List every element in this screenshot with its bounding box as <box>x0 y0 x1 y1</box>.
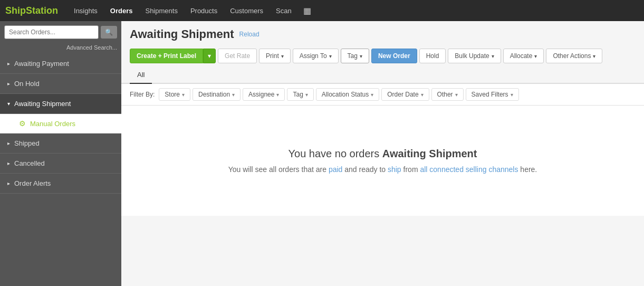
chevron-right-icon <box>7 140 10 146</box>
sidebar-item-label: Cancelled <box>14 159 45 167</box>
sidebar-item-awaiting-shipment[interactable]: Awaiting Shipment <box>0 94 121 114</box>
filter-other-label: Other <box>437 91 453 98</box>
chevron-right-icon <box>7 160 10 166</box>
bulk-update-button[interactable]: Bulk Update ▾ <box>448 49 501 63</box>
empty-subtitle-prefix: You will see all orders that are <box>228 165 329 174</box>
sidebar-item-label: Awaiting Payment <box>14 60 69 68</box>
chevron-right-icon <box>7 180 10 186</box>
search-input[interactable] <box>4 25 99 39</box>
filter-destination-label: Destination <box>198 91 230 98</box>
sidebar-item-on-hold[interactable]: On Hold <box>0 74 121 94</box>
dropdown-arrow-icon: ▾ <box>208 52 211 60</box>
print-dropdown-arrow-icon: ▾ <box>281 53 284 59</box>
filter-other-arrow-icon: ▾ <box>455 92 458 98</box>
other-actions-button[interactable]: Other Actions ▾ <box>546 49 602 63</box>
tag-dropdown-arrow-icon: ▾ <box>360 53 362 59</box>
empty-state-title: You have no orders Awaiting Shipment <box>289 148 477 160</box>
assign-to-button[interactable]: Assign To ▾ <box>293 49 339 63</box>
assign-to-label: Assign To <box>300 52 327 60</box>
get-rate-button[interactable]: Get Rate <box>218 49 257 63</box>
empty-state-subtitle: You will see all orders that are paid an… <box>228 165 537 174</box>
new-order-button[interactable]: New Order <box>371 49 417 63</box>
tab-all[interactable]: All <box>130 66 152 84</box>
toolbar: Create + Print Label ▾ Get Rate Print ▾ … <box>121 45 644 66</box>
filter-saved-filters[interactable]: Saved Filters ▾ <box>466 88 519 101</box>
filter-destination-arrow-icon: ▾ <box>232 92 235 98</box>
filter-allocation-status-arrow-icon: ▾ <box>371 92 373 98</box>
chevron-right-icon <box>7 61 10 66</box>
empty-subtitle-suffix: here. <box>518 165 537 174</box>
print-button[interactable]: Print ▾ <box>259 49 291 63</box>
logo-accent: o <box>46 5 52 16</box>
create-print-label-button[interactable]: Create + Print Label <box>130 49 203 63</box>
empty-state: You have no orders Awaiting Shipment You… <box>121 106 644 216</box>
chevron-right-icon <box>7 81 10 87</box>
sidebar-item-shipped[interactable]: Shipped <box>0 134 121 154</box>
filter-tag-label: Tag <box>293 91 303 98</box>
allocate-button[interactable]: Allocate ▾ <box>503 49 544 63</box>
sidebar-item-awaiting-payment[interactable]: Awaiting Payment <box>0 54 121 74</box>
empty-subtitle-middle: and ready to <box>342 165 388 174</box>
filter-store[interactable]: Store ▾ <box>159 88 190 101</box>
sidebar-item-label: Shipped <box>14 139 40 147</box>
main-content-area: Awaiting Shipment Reload Create + Print … <box>121 21 644 286</box>
filter-saved-filters-arrow-icon: ▾ <box>511 92 513 98</box>
nav-insights[interactable]: Insights <box>69 5 103 17</box>
logo: ShipStation <box>5 5 58 16</box>
other-actions-dropdown-arrow-icon: ▾ <box>593 53 595 59</box>
advanced-search-link[interactable]: Advanced Search... <box>0 43 121 54</box>
search-icon: 🔍 <box>105 28 113 36</box>
empty-subtitle-all: all connected selling channels <box>420 165 518 174</box>
filter-store-arrow-icon: ▾ <box>182 92 185 98</box>
filter-other[interactable]: Other ▾ <box>431 88 464 101</box>
sidebar-item-label: Awaiting Shipment <box>14 100 71 108</box>
sidebar-item-label: Order Alerts <box>14 179 51 187</box>
hold-button[interactable]: Hold <box>419 49 446 63</box>
bulk-update-dropdown-arrow-icon: ▾ <box>492 53 494 59</box>
nav-shipments[interactable]: Shipments <box>140 5 182 17</box>
empty-subtitle-paid: paid <box>329 165 342 174</box>
grid-icon[interactable]: ▦ <box>303 6 311 16</box>
filter-tag[interactable]: Tag ▾ <box>287 88 313 101</box>
logo-text: ShipStation <box>5 5 58 16</box>
layout: 🔍 Advanced Search... Awaiting Payment On… <box>0 21 644 286</box>
filter-by-label: Filter By: <box>130 91 155 98</box>
page-title: Awaiting Shipment <box>130 27 234 41</box>
filter-order-date-label: Order Date <box>387 91 418 98</box>
filter-saved-filters-label: Saved Filters <box>472 91 508 98</box>
filter-allocation-status[interactable]: Allocation Status ▾ <box>316 88 379 101</box>
filter-assignee-arrow-icon: ▾ <box>276 92 279 98</box>
filter-store-label: Store <box>165 91 180 98</box>
empty-subtitle-ship: ship <box>388 165 401 174</box>
nav-products[interactable]: Products <box>185 5 223 17</box>
filter-order-date[interactable]: Order Date ▾ <box>381 88 429 101</box>
empty-state-title-prefix: You have no orders <box>289 148 382 159</box>
sidebar-sub-item-label: Manual Orders <box>30 120 75 128</box>
top-nav: ShipStation Insights Orders Shipments Pr… <box>0 0 644 21</box>
sidebar-item-label: On Hold <box>14 80 40 88</box>
sidebar: 🔍 Advanced Search... Awaiting Payment On… <box>0 21 121 286</box>
sidebar-search-area: 🔍 <box>0 21 121 43</box>
allocate-label: Allocate <box>510 52 533 60</box>
nav-orders[interactable]: Orders <box>105 5 138 17</box>
nav-customers[interactable]: Customers <box>225 5 268 17</box>
sidebar-sub-item-manual-orders[interactable]: ⚙ Manual Orders <box>0 114 121 134</box>
filter-assignee[interactable]: Assignee ▾ <box>243 88 285 101</box>
search-button[interactable]: 🔍 <box>101 26 117 39</box>
bulk-update-label: Bulk Update <box>455 52 489 60</box>
tabs-bar: All <box>121 66 644 84</box>
allocate-dropdown-arrow-icon: ▾ <box>534 53 537 59</box>
create-label-group: Create + Print Label ▾ <box>130 49 216 63</box>
filter-tag-arrow-icon: ▾ <box>305 92 308 98</box>
sidebar-item-order-alerts[interactable]: Order Alerts <box>0 174 121 194</box>
sidebar-item-cancelled[interactable]: Cancelled <box>0 154 121 174</box>
tag-button[interactable]: Tag ▾ <box>341 49 369 63</box>
chevron-down-icon <box>7 101 10 107</box>
reload-link[interactable]: Reload <box>239 31 259 38</box>
filter-destination[interactable]: Destination ▾ <box>193 88 241 101</box>
assign-to-dropdown-arrow-icon: ▾ <box>329 53 332 59</box>
filter-assignee-label: Assignee <box>248 91 274 98</box>
filter-allocation-status-label: Allocation Status <box>322 91 369 98</box>
nav-scan[interactable]: Scan <box>271 5 297 17</box>
create-label-dropdown-button[interactable]: ▾ <box>203 49 216 63</box>
